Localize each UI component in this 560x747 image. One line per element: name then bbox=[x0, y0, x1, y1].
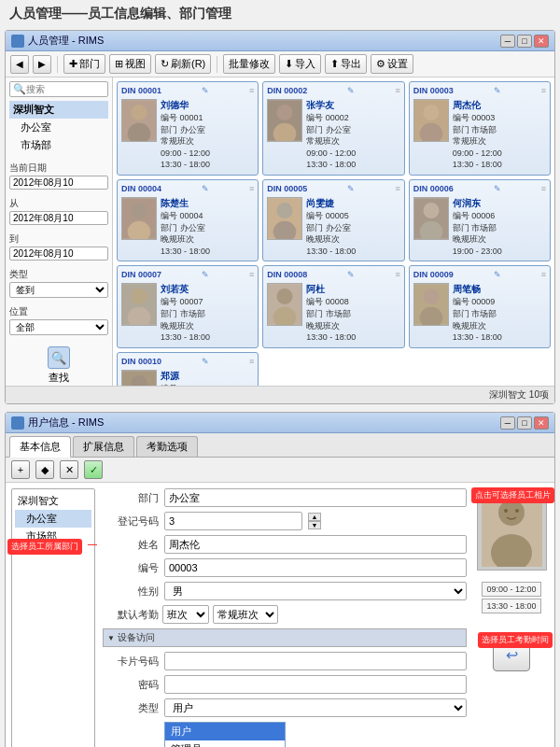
card-menu-icon[interactable]: ≡ bbox=[249, 184, 254, 193]
dropdown-item-admin[interactable]: 管理员 bbox=[165, 740, 285, 747]
employee-card[interactable]: DIN 00003 ✎ ≡ 周杰伦 编号 00003 部门 市场部 常规班次 bbox=[409, 81, 551, 176]
batch-modify-button[interactable]: 批量修改 bbox=[223, 54, 275, 74]
card-menu-icon[interactable]: ≡ bbox=[541, 184, 546, 193]
card-menu-icon[interactable]: ≡ bbox=[395, 270, 399, 279]
back-button[interactable]: ◀ bbox=[10, 55, 29, 74]
form-tree-office[interactable]: 办公室 bbox=[15, 510, 91, 528]
card-menu-icon[interactable]: ≡ bbox=[249, 86, 254, 95]
form-tree-market[interactable]: 市场部 bbox=[15, 528, 91, 545]
edit-icon[interactable]: ✎ bbox=[494, 184, 501, 193]
form-dept-tree: 深圳智文 办公室 市场部 bbox=[11, 488, 95, 747]
bottom-close-button[interactable]: ✕ bbox=[534, 416, 549, 430]
employee-card[interactable]: DIN 00001 ✎ ≡ 刘德华 编号 00001 部门 办公室 常规班次 bbox=[117, 81, 259, 176]
edit-icon[interactable]: ✎ bbox=[494, 270, 501, 279]
card-menu-icon[interactable]: ≡ bbox=[249, 270, 254, 279]
tab-extended-info[interactable]: 扩展信息 bbox=[73, 436, 134, 457]
card-body: 陈楚生 编号 00004 部门 办公室 晚规班次 13:30 - 18:00 bbox=[121, 197, 254, 257]
top-window-titlebar: 人员管理 - RIMS ─ □ ✕ bbox=[6, 31, 554, 51]
edit-icon[interactable]: ✎ bbox=[347, 270, 355, 279]
tab-basic-info[interactable]: 基本信息 bbox=[9, 436, 71, 458]
kaoqin-subtype-select[interactable]: 常规班次 bbox=[213, 605, 278, 624]
card-number: 编号 00002 bbox=[306, 112, 399, 124]
edit-icon[interactable]: ✎ bbox=[202, 86, 209, 95]
tree-item-market[interactable]: 市场部 bbox=[9, 136, 108, 154]
employee-card[interactable]: DIN 00006 ✎ ≡ 何润东 编号 00006 部门 市场部 晚规班次 bbox=[409, 179, 551, 261]
device-section-label: 设备访问 bbox=[118, 631, 155, 644]
svg-point-1 bbox=[131, 105, 147, 120]
kaoqin-type-select[interactable]: 班次 bbox=[162, 605, 209, 624]
type-select[interactable]: 签到 bbox=[9, 282, 108, 298]
reg-no-input[interactable] bbox=[164, 512, 302, 530]
card-menu-icon[interactable]: ≡ bbox=[395, 86, 399, 95]
card-id: DIN 00010 bbox=[121, 357, 161, 366]
add-record-button[interactable]: + bbox=[11, 460, 30, 479]
export-button[interactable]: ⬆ 导出 bbox=[325, 54, 367, 74]
edit-record-button[interactable]: ◆ bbox=[35, 460, 54, 479]
number-input[interactable] bbox=[164, 558, 467, 577]
card-name: 尚雯婕 bbox=[306, 197, 399, 210]
form-tree-root[interactable]: 深圳智文 bbox=[15, 492, 91, 510]
card-body: 周杰伦 编号 00003 部门 市场部 常规班次 09:00 - 12:0013… bbox=[413, 99, 546, 171]
current-date-input[interactable] bbox=[9, 176, 108, 190]
card-menu-icon[interactable]: ≡ bbox=[395, 184, 399, 193]
bottom-maximize-button[interactable]: □ bbox=[517, 416, 532, 430]
edit-icon[interactable]: ✎ bbox=[202, 184, 209, 193]
spin-down[interactable]: ▼ bbox=[308, 521, 321, 529]
minimize-button[interactable]: ─ bbox=[500, 35, 515, 48]
delete-record-button[interactable]: ✕ bbox=[60, 460, 78, 479]
to-date-input[interactable] bbox=[9, 247, 108, 261]
bottom-minimize-button[interactable]: ─ bbox=[500, 416, 515, 430]
dept-input[interactable] bbox=[164, 488, 467, 507]
card-photo bbox=[121, 99, 157, 142]
maximize-button[interactable]: □ bbox=[517, 35, 532, 48]
settings-button[interactable]: ⚙ 设置 bbox=[371, 54, 413, 74]
employee-card[interactable]: DIN 00010 ✎ ≡ 郑源 编号 00010 部门 市场部 晚规班次 bbox=[117, 352, 259, 386]
tree-item-office[interactable]: 办公室 bbox=[9, 119, 108, 136]
card-menu-icon[interactable]: ≡ bbox=[249, 357, 254, 366]
edit-icon[interactable]: ✎ bbox=[494, 86, 501, 95]
spin-up[interactable]: ▲ bbox=[308, 513, 321, 521]
card-photo bbox=[267, 283, 302, 326]
from-date-input[interactable] bbox=[9, 211, 108, 225]
employee-card[interactable]: DIN 00009 ✎ ≡ 周笔畅 编号 00009 部门 市场部 晚规班次 bbox=[409, 265, 551, 347]
gender-select[interactable]: 男 女 bbox=[164, 582, 467, 600]
svg-point-10 bbox=[131, 203, 147, 218]
employee-card[interactable]: DIN 00007 ✎ ≡ 刘若英 编号 00007 部门 市场部 晚规班次 bbox=[117, 265, 259, 347]
type-form-label: 类型 bbox=[103, 701, 159, 715]
card-shift: 晚规班次 bbox=[161, 233, 254, 246]
password-input[interactable] bbox=[164, 675, 467, 694]
dropdown-item-user[interactable]: 用户 bbox=[165, 723, 285, 740]
edit-icon[interactable]: ✎ bbox=[202, 357, 209, 366]
card-menu-icon[interactable]: ≡ bbox=[541, 86, 546, 95]
card-menu-icon[interactable]: ≡ bbox=[541, 270, 546, 279]
import-button[interactable]: ⬇ 导入 bbox=[279, 54, 321, 74]
edit-icon[interactable]: ✎ bbox=[347, 184, 355, 193]
device-section-header[interactable]: ▼ 设备访问 bbox=[103, 628, 467, 647]
employee-card[interactable]: DIN 00002 ✎ ≡ 张学友 编号 00002 部门 办公室 常规班次 bbox=[262, 81, 404, 176]
location-select[interactable]: 全部 bbox=[9, 319, 108, 335]
new-button[interactable]: ✚ 部门 bbox=[63, 54, 105, 74]
search-box[interactable]: 🔍 bbox=[9, 81, 108, 97]
employee-card[interactable]: DIN 00008 ✎ ≡ 阿杜 编号 00008 部门 市场部 晚规班次 bbox=[262, 265, 404, 347]
edit-icon[interactable]: ✎ bbox=[347, 86, 355, 95]
confirm-button[interactable]: ✓ bbox=[84, 460, 103, 479]
type-form-select[interactable]: 用户 管理员 登记管理员 bbox=[164, 698, 467, 717]
reg-no-spinner[interactable]: ▲ ▼ bbox=[308, 513, 321, 529]
card-input[interactable] bbox=[164, 652, 467, 670]
view-button[interactable]: ⊞ 视图 bbox=[109, 54, 151, 74]
forward-button[interactable]: ▶ bbox=[33, 55, 51, 74]
name-input[interactable] bbox=[164, 535, 467, 554]
close-button[interactable]: ✕ bbox=[534, 35, 549, 48]
refresh-button[interactable]: ↻ 刷新(R) bbox=[155, 54, 211, 74]
employee-card[interactable]: DIN 00004 ✎ ≡ 陈楚生 编号 00004 部门 办公室 晚规班次 bbox=[117, 179, 259, 261]
tree-item-root[interactable]: 深圳智文 bbox=[9, 101, 108, 119]
tab-attendance[interactable]: 考勤选项 bbox=[136, 436, 198, 457]
search-icon: 🔍 bbox=[13, 83, 26, 95]
edit-icon[interactable]: ✎ bbox=[202, 270, 209, 279]
collapse-icon: ▼ bbox=[107, 634, 115, 642]
employee-card[interactable]: DIN 00005 ✎ ≡ 尚雯婕 编号 00005 部门 办公室 晚规班次 bbox=[262, 179, 404, 261]
search-input[interactable] bbox=[26, 84, 91, 94]
employee-photo-button[interactable] bbox=[477, 488, 547, 571]
back-form-button[interactable]: ↩ bbox=[493, 638, 530, 671]
search-button[interactable]: 🔍 bbox=[48, 346, 70, 369]
